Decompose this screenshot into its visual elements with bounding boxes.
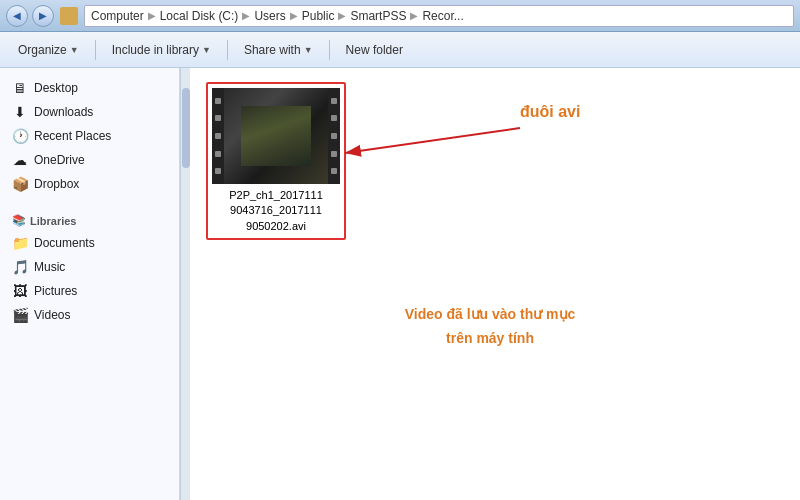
film-strip-right — [328, 88, 340, 184]
sidebar-item-dropbox[interactable]: 📦 Dropbox — [0, 172, 179, 196]
file-icon[interactable]: P2P_ch1_2017111 9043716_2017111 9050202.… — [206, 82, 346, 240]
svg-line-1 — [345, 128, 520, 153]
toolbar: Organize ▼ Include in library ▼ Share wi… — [0, 32, 800, 68]
downloads-icon: ⬇ — [12, 104, 28, 120]
toolbar-divider-3 — [329, 40, 330, 60]
pictures-icon: 🖼 — [12, 283, 28, 299]
path-public: Public — [302, 9, 335, 23]
path-computer: Computer — [91, 9, 144, 23]
sidebar-item-videos[interactable]: 🎬 Videos — [0, 303, 179, 327]
libraries-icon: 📚 — [12, 214, 26, 227]
sidebar-item-documents[interactable]: 📁 Documents — [0, 231, 179, 255]
new-folder-button[interactable]: New folder — [336, 37, 413, 63]
file-name: P2P_ch1_2017111 9043716_2017111 9050202.… — [229, 188, 323, 234]
path-smartpss: SmartPSS — [350, 9, 406, 23]
path-users: Users — [254, 9, 285, 23]
toolbar-divider-1 — [95, 40, 96, 60]
path-record: Recor... — [422, 9, 463, 23]
film-strip-left — [212, 88, 224, 184]
videos-icon: 🎬 — [12, 307, 28, 323]
sidebar-item-desktop[interactable]: 🖥 Desktop — [0, 76, 179, 100]
desktop-icon: 🖥 — [12, 80, 28, 96]
sidebar-item-pictures[interactable]: 🖼 Pictures — [0, 279, 179, 303]
title-bar: ◀ ▶ Computer ▶ Local Disk (C:) ▶ Users ▶… — [0, 0, 800, 32]
forward-button[interactable]: ▶ — [32, 5, 54, 27]
documents-icon: 📁 — [12, 235, 28, 251]
share-dropdown-arrow: ▼ — [304, 45, 313, 55]
path-localdisk: Local Disk (C:) — [160, 9, 239, 23]
duoi-avi-label: đuôi avi — [520, 103, 580, 121]
video-thumbnail — [212, 88, 340, 184]
folder-icon — [60, 7, 78, 25]
sidebar-item-downloads[interactable]: ⬇ Downloads — [0, 100, 179, 124]
onedrive-icon: ☁ — [12, 152, 28, 168]
main-container: 🖥 Desktop ⬇ Downloads 🕐 Recent Places ☁ … — [0, 68, 800, 500]
sidebar-item-onedrive[interactable]: ☁ OneDrive — [0, 148, 179, 172]
sidebar: 🖥 Desktop ⬇ Downloads 🕐 Recent Places ☁ … — [0, 68, 180, 500]
sidebar-scrollbar[interactable] — [180, 68, 190, 500]
back-button[interactable]: ◀ — [6, 5, 28, 27]
libraries-section-header: 📚 Libraries — [0, 206, 179, 231]
include-dropdown-arrow: ▼ — [202, 45, 211, 55]
recent-icon: 🕐 — [12, 128, 28, 144]
sidebar-item-music[interactable]: 🎵 Music — [0, 255, 179, 279]
file-container: P2P_ch1_2017111 9043716_2017111 9050202.… — [206, 82, 346, 240]
scroll-thumb[interactable] — [182, 88, 190, 168]
content-area: P2P_ch1_2017111 9043716_2017111 9050202.… — [190, 68, 800, 500]
sidebar-item-recent[interactable]: 🕐 Recent Places — [0, 124, 179, 148]
video-saved-label: Video đã lưu vào thư mục trên máy tính — [355, 303, 625, 351]
music-icon: 🎵 — [12, 259, 28, 275]
toolbar-divider-2 — [227, 40, 228, 60]
organize-dropdown-arrow: ▼ — [70, 45, 79, 55]
annotation-arrow-duoi — [320, 98, 540, 178]
share-with-button[interactable]: Share with ▼ — [234, 37, 323, 63]
address-bar[interactable]: Computer ▶ Local Disk (C:) ▶ Users ▶ Pub… — [84, 5, 794, 27]
include-library-button[interactable]: Include in library ▼ — [102, 37, 221, 63]
video-frame — [224, 88, 328, 184]
sidebar-wrapper: 🖥 Desktop ⬇ Downloads 🕐 Recent Places ☁ … — [0, 68, 190, 500]
dropbox-icon: 📦 — [12, 176, 28, 192]
organize-button[interactable]: Organize ▼ — [8, 37, 89, 63]
